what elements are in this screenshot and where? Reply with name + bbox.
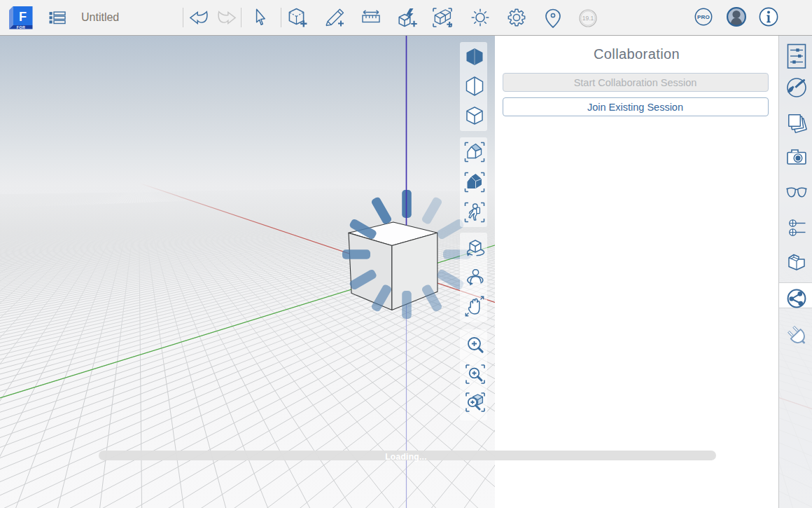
svg-text:FOR: FOR [17, 25, 26, 29]
svg-text:19.1: 19.1 [582, 15, 594, 22]
svg-text:F: F [19, 10, 27, 24]
svg-text:PRO: PRO [696, 14, 709, 20]
